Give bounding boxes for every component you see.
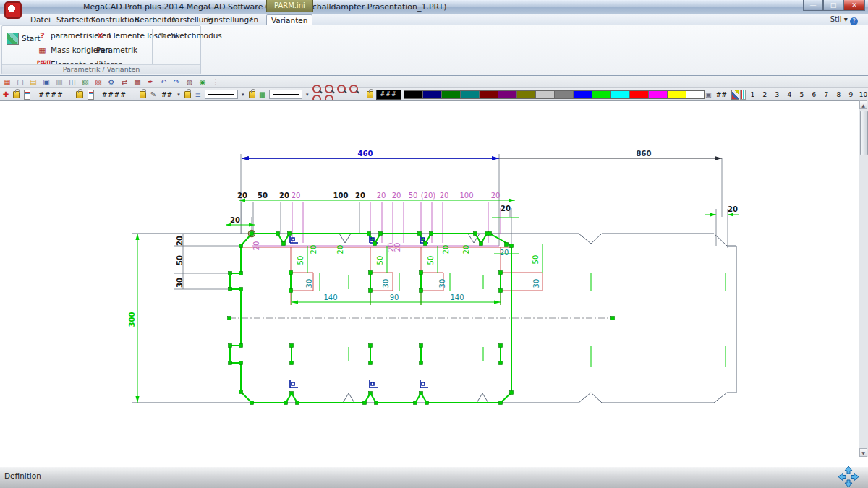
menu-item-datei[interactable]: Datei	[26, 14, 55, 25]
color-swatch[interactable]	[404, 90, 422, 99]
palette-icon[interactable]: ▦	[258, 89, 267, 100]
chevron-down-icon[interactable]: ▾	[306, 92, 309, 98]
zoom-out-icon[interactable]	[312, 85, 321, 93]
dim-label: 20	[442, 245, 450, 254]
print-preview-icon[interactable]: ◫	[67, 77, 78, 87]
bars-icon[interactable]	[740, 90, 746, 100]
close-button[interactable]: ✕	[843, 0, 865, 11]
window-title: MegaCAD Profi plus 2014 MegaCAD Software…	[83, 2, 446, 12]
color-swatch[interactable]	[479, 90, 498, 99]
scroll-up-icon[interactable]: ▲	[859, 100, 867, 109]
group-field[interactable]: ####	[102, 91, 127, 98]
minimize-button[interactable]: —	[803, 0, 823, 11]
dim-label: 50	[176, 255, 184, 265]
palette-grid-icon[interactable]	[731, 90, 739, 100]
chevron-down-icon[interactable]: ▾	[242, 92, 244, 98]
lock-icon[interactable]	[13, 91, 20, 98]
green-dimensions	[137, 200, 739, 403]
dim-label: 30	[305, 279, 313, 288]
current-color-swatch[interactable]: ###	[376, 90, 401, 100]
color-wheel-icon[interactable]: ◉	[197, 77, 208, 87]
chevron-down-icon[interactable]: ▾	[177, 92, 180, 98]
color-swatch[interactable]	[592, 90, 610, 99]
start-button[interactable]: Start	[7, 32, 41, 45]
drawing-canvas[interactable]: 4608602050202010020202050(20)20100202020…	[0, 100, 868, 467]
layer-number-8[interactable]: 8	[833, 91, 845, 98]
lock-icon[interactable]	[140, 91, 146, 98]
layer-number-9[interactable]: 9	[845, 91, 857, 98]
color-swatch[interactable]	[516, 90, 535, 99]
color-swatch[interactable]	[686, 90, 705, 99]
layer-number-2[interactable]: 2	[759, 91, 771, 98]
layer-number-6[interactable]: 6	[808, 91, 820, 98]
layers-icon[interactable]: ≣	[194, 89, 203, 100]
print-icon[interactable]: ▥	[54, 77, 65, 87]
lock-icon[interactable]	[367, 91, 373, 98]
color-swatch[interactable]	[498, 90, 516, 99]
page-settings-icon[interactable]: ▨	[93, 77, 104, 87]
overflow-icon[interactable]: ⋮	[210, 77, 221, 87]
lock-icon[interactable]	[76, 91, 82, 98]
color-swatch[interactable]	[535, 90, 554, 99]
color-swatch[interactable]	[422, 90, 441, 99]
add-icon[interactable]: ✚	[1, 89, 10, 100]
sheet-icon[interactable]	[24, 90, 30, 100]
zoom-window-icon[interactable]	[337, 85, 346, 93]
app-grid-icon[interactable]: ▦	[1, 77, 13, 87]
pen-value[interactable]: ##	[161, 91, 172, 98]
dim-label: 100	[459, 192, 473, 200]
color-table-icon[interactable]: ▣	[705, 90, 712, 99]
page-copy-icon[interactable]: ▧	[80, 77, 91, 87]
color-swatch[interactable]	[610, 90, 629, 99]
dim-label: 20	[728, 205, 738, 213]
parm-ini-tab[interactable]: PARM.ini	[266, 0, 313, 12]
sketchmodus-button[interactable]: ✎ Sketchmodus	[157, 29, 222, 42]
zoom-plus-icon[interactable]	[349, 85, 358, 93]
dim-label: 20	[393, 243, 401, 252]
color-swatch[interactable]	[460, 90, 479, 99]
layer-number-3[interactable]: 3	[771, 91, 783, 98]
sheet-icon[interactable]	[88, 90, 94, 100]
open-folder-icon[interactable]: ▤	[27, 77, 39, 87]
parametrik-button[interactable]: Parametrik	[96, 43, 137, 56]
save-icon[interactable]: ▣	[41, 77, 52, 87]
dim-label: 20	[462, 245, 470, 254]
doc-swap-icon[interactable]: ⇄	[119, 77, 130, 87]
redo-icon[interactable]: ↷	[171, 77, 182, 87]
color-swatch[interactable]	[648, 90, 667, 99]
linetype-preview[interactable]	[205, 90, 238, 99]
new-file-icon[interactable]: ▢	[14, 77, 26, 87]
menu-item-varianten[interactable]: Varianten	[266, 14, 312, 25]
color-swatch[interactable]	[554, 90, 573, 99]
pan-cross-icon[interactable]	[832, 466, 865, 488]
doc-grid-icon[interactable]: ▩	[132, 77, 143, 87]
status-bar: Definition	[0, 466, 868, 488]
layer-number-1[interactable]: 1	[746, 91, 759, 98]
color-swatch[interactable]	[667, 90, 686, 99]
layer-number-7[interactable]: 7	[820, 91, 833, 98]
color-swatch[interactable]	[629, 90, 648, 99]
color-swatch[interactable]	[441, 90, 460, 99]
vertical-scrollbar[interactable]: ▲ ▼	[859, 100, 868, 457]
layer-number-4[interactable]: 4	[783, 91, 796, 98]
zoom-in-icon[interactable]	[325, 85, 333, 93]
globe-doc-icon[interactable]: ◍	[184, 77, 195, 87]
undo-icon[interactable]: ↶	[158, 77, 169, 87]
lock-icon[interactable]	[249, 91, 255, 98]
lock-icon[interactable]	[184, 91, 191, 98]
scroll-down-icon[interactable]: ▼	[859, 448, 867, 457]
layer-number-10[interactable]: 10	[857, 91, 868, 98]
layer-field[interactable]: ####	[38, 91, 63, 98]
menu-item-[interactable]: ?	[244, 14, 258, 25]
pen-icon[interactable]: ✎	[149, 89, 158, 100]
quill-icon[interactable]: ✒	[145, 77, 156, 87]
doc-gear-icon[interactable]: ⚙	[106, 77, 117, 87]
layer-number-5[interactable]: 5	[796, 91, 808, 98]
dim-label: 100	[333, 192, 349, 200]
linewidth-preview[interactable]	[269, 90, 302, 99]
scrollbar-thumb[interactable]	[860, 111, 868, 155]
maximize-button[interactable]: □	[823, 0, 843, 11]
color-swatch[interactable]	[573, 90, 592, 99]
style-selector[interactable]: Stil ▾ ?	[830, 15, 858, 25]
dim-label: 860	[637, 150, 652, 158]
